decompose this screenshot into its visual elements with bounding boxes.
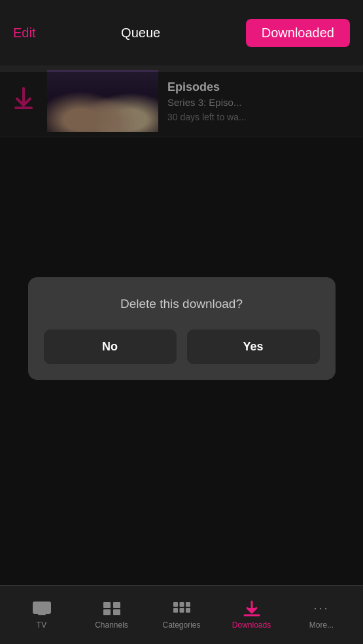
svg-rect-2 [113, 602, 120, 608]
nav-item-tv[interactable]: TV [7, 601, 77, 630]
bottom-nav: TV Channels Categories [0, 585, 363, 644]
edit-button[interactable]: Edit [13, 25, 35, 41]
svg-rect-9 [179, 608, 184, 613]
tv-icon [33, 601, 51, 617]
downloads-label: Downloads [232, 620, 271, 630]
svg-rect-8 [173, 608, 178, 613]
nav-item-categories[interactable]: Categories [147, 601, 216, 630]
queue-tab[interactable]: Queue [121, 25, 160, 41]
header: Edit Queue Downloaded [0, 0, 363, 65]
yes-button[interactable]: Yes [187, 330, 320, 364]
channels-icon [103, 601, 121, 617]
downloaded-tab[interactable]: Downloaded [246, 19, 350, 47]
more-dots: ··· [313, 602, 329, 615]
nav-item-downloads[interactable]: Downloads [216, 601, 286, 630]
downloads-nav-icon [243, 601, 261, 617]
svg-rect-10 [186, 608, 190, 613]
svg-rect-7 [186, 602, 190, 607]
svg-rect-4 [113, 609, 120, 615]
more-label: More... [309, 620, 334, 630]
categories-icon [173, 601, 191, 617]
tv-label: TV [37, 620, 46, 630]
svg-rect-3 [103, 609, 111, 615]
dialog-message: Delete this download? [120, 297, 243, 311]
categories-label: Categories [162, 620, 200, 630]
more-icon: ··· [313, 601, 331, 617]
nav-item-channels[interactable]: Channels [77, 601, 147, 630]
no-button[interactable]: No [44, 330, 177, 364]
dialog-buttons: No Yes [44, 330, 320, 364]
channels-label: Channels [95, 620, 128, 630]
dialog-overlay: Delete this download? No Yes [0, 72, 363, 585]
nav-item-more[interactable]: ··· More... [286, 601, 356, 630]
svg-rect-5 [173, 602, 178, 607]
svg-rect-1 [103, 602, 111, 608]
svg-rect-6 [179, 602, 184, 607]
delete-dialog: Delete this download? No Yes [28, 277, 336, 380]
svg-rect-0 [33, 602, 50, 613]
